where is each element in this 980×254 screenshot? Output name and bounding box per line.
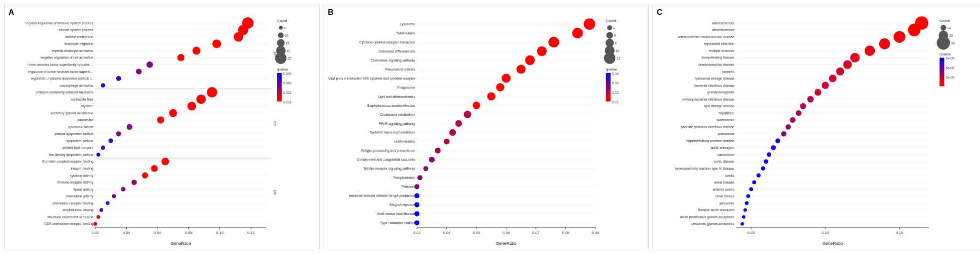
chart-a — [5, 5, 319, 249]
panel-b-label: B — [328, 8, 334, 17]
chart-c — [653, 5, 980, 249]
panel-b: B — [324, 5, 649, 249]
chart-b — [324, 5, 648, 249]
panel-a: A — [4, 5, 320, 249]
main-container: A B C — [0, 0, 980, 254]
panel-c-label: C — [657, 8, 663, 17]
panel-c: C — [653, 5, 980, 249]
panel-a-label: A — [9, 8, 14, 17]
